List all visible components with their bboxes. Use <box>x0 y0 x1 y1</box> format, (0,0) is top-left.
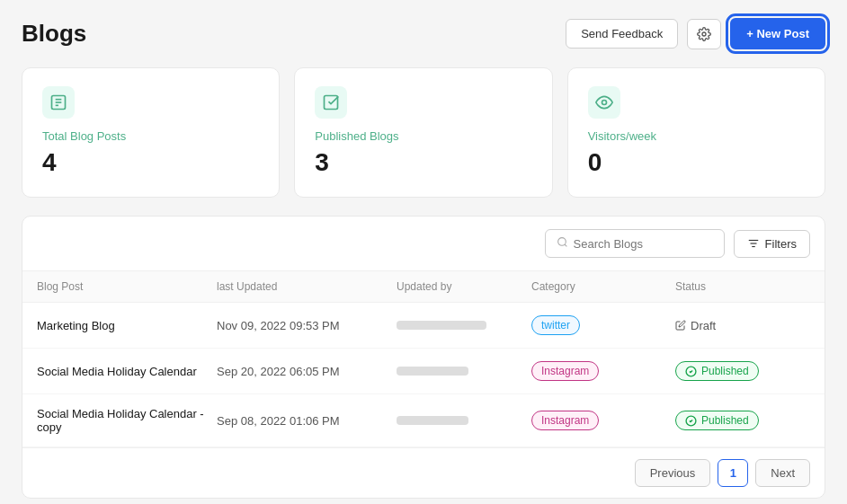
settings-button[interactable] <box>687 19 721 49</box>
blog-post-title: Social Media Holiday Calendar - copy <box>37 407 217 434</box>
updated-by-blur <box>397 416 468 425</box>
header-actions: Send Feedback + New Post <box>566 18 825 49</box>
visitors-week-label: Visitors/week <box>588 129 805 143</box>
category-cell: Instagram <box>531 411 675 430</box>
status-published: Published <box>675 361 759 381</box>
page-title: Blogs <box>22 20 86 48</box>
page-header: Blogs Send Feedback + New Post <box>22 18 825 49</box>
stat-card-visitors: Visitors/week 0 <box>567 67 825 198</box>
search-icon <box>557 236 568 251</box>
category-badge: Instagram <box>531 361 599 381</box>
col-category: Category <box>531 280 675 293</box>
more-options-button[interactable]: ⋮ <box>819 361 825 381</box>
svg-line-8 <box>565 244 566 246</box>
published-blogs-icon <box>315 86 347 119</box>
published-blogs-value: 3 <box>315 148 531 177</box>
row-more-actions[interactable]: ⋮ <box>819 411 825 430</box>
col-last-updated: last Updated <box>217 280 397 293</box>
category-badge: twitter <box>531 315 580 335</box>
col-blog-post: Blog Post <box>37 280 217 293</box>
row-more-actions[interactable]: ⋮ <box>819 315 825 335</box>
table-header: Blog Post last Updated Updated by Catego… <box>22 271 825 303</box>
status-cell: Published <box>675 361 819 381</box>
status-published: Published <box>675 411 759 430</box>
last-updated-cell: Nov 09, 2022 09:53 PM <box>217 319 397 332</box>
gear-icon <box>697 27 711 41</box>
category-cell: Instagram <box>531 361 675 381</box>
table-section: Filters Blog Post last Updated Updated b… <box>22 216 825 499</box>
svg-point-7 <box>557 238 566 246</box>
next-button[interactable]: Next <box>755 459 810 487</box>
table-row: Social Media Holiday Calendar Sep 20, 20… <box>22 349 825 394</box>
new-post-button[interactable]: + New Post <box>730 18 825 49</box>
table-row: Social Media Holiday Calendar - copy Sep… <box>22 394 825 447</box>
table-toolbar: Filters <box>22 217 825 271</box>
current-page: 1 <box>718 459 748 487</box>
visitors-icon <box>588 86 620 119</box>
pencil-icon <box>675 320 686 331</box>
stats-row: Total Blog Posts 4 Published Blogs 3 Vis… <box>22 67 825 198</box>
last-updated-cell: Sep 08, 2022 01:06 PM <box>217 414 397 428</box>
svg-rect-5 <box>325 96 338 110</box>
status-cell: Published <box>675 411 819 430</box>
col-actions <box>819 280 825 293</box>
updated-by-cell <box>397 367 531 376</box>
total-blog-posts-value: 4 <box>42 148 259 177</box>
status-cell: Draft <box>675 319 819 332</box>
blog-post-title: Social Media Holiday Calendar <box>37 365 217 378</box>
search-wrapper[interactable] <box>545 229 725 258</box>
last-updated-cell: Sep 20, 2022 06:05 PM <box>217 365 397 378</box>
filters-button[interactable]: Filters <box>734 230 810 258</box>
check-circle-icon <box>685 415 697 427</box>
send-feedback-button[interactable]: Send Feedback <box>566 19 678 49</box>
visitors-week-value: 0 <box>588 148 805 177</box>
updated-by-blur <box>397 321 486 330</box>
category-badge: Instagram <box>531 411 599 430</box>
check-circle-icon <box>685 366 697 377</box>
blog-posts-icon <box>42 86 75 119</box>
published-blogs-label: Published Blogs <box>315 129 531 143</box>
col-status: Status <box>675 280 819 293</box>
row-more-actions[interactable]: ⋮ <box>819 361 825 381</box>
updated-by-cell <box>397 321 531 330</box>
blog-post-title: Marketing Blog <box>37 319 217 332</box>
stat-card-total-blog-posts: Total Blog Posts 4 <box>22 67 280 198</box>
updated-by-blur <box>397 367 468 376</box>
status-draft: Draft <box>675 319 716 332</box>
updated-by-cell <box>397 416 531 425</box>
svg-point-0 <box>702 32 706 36</box>
more-options-button[interactable]: ⋮ <box>819 315 825 335</box>
category-cell: twitter <box>531 315 675 335</box>
table-row: Marketing Blog Nov 09, 2022 09:53 PM twi… <box>22 303 825 349</box>
table-footer: Previous 1 Next <box>22 447 825 498</box>
page-container: Blogs Send Feedback + New Post <box>0 0 847 504</box>
filter-icon <box>747 237 760 250</box>
total-blog-posts-label: Total Blog Posts <box>42 129 259 143</box>
stat-card-published-blogs: Published Blogs 3 <box>294 67 552 198</box>
svg-point-6 <box>602 101 606 105</box>
previous-button[interactable]: Previous <box>635 459 711 487</box>
search-input[interactable] <box>574 237 713 251</box>
col-updated-by: Updated by <box>397 280 531 293</box>
more-options-button[interactable]: ⋮ <box>819 411 825 430</box>
